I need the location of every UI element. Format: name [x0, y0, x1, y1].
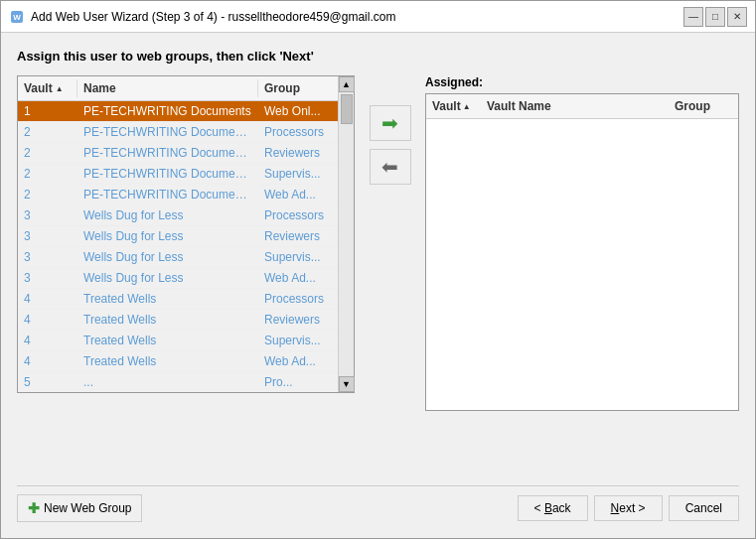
cell-group: Processors [258, 289, 338, 309]
plus-icon: ✚ [28, 500, 40, 516]
cell-vault: 1 [18, 101, 77, 121]
svg-text:W: W [13, 13, 21, 22]
cell-name: PE-TECHWRITING Documents ... [77, 122, 258, 142]
nav-buttons: < Back Next > Cancel [518, 495, 739, 521]
assigned-name-header: Vault Name [481, 97, 669, 115]
left-arrow-icon: ⬅ [381, 155, 398, 179]
table-row[interactable]: 3 Wells Dug for Less Processors [18, 205, 338, 226]
instruction-text: Assign this user to web groups, then cli… [17, 49, 739, 64]
cell-vault: 4 [18, 289, 77, 309]
close-button[interactable]: ✕ [727, 7, 747, 27]
scroll-down-arrow[interactable]: ▼ [339, 376, 355, 392]
assigned-vault-sort-icon: ▲ [463, 102, 471, 111]
available-table-header: Vault ▲ Name Group [18, 76, 338, 101]
table-row[interactable]: 3 Wells Dug for Less Web Ad... [18, 268, 338, 289]
cell-group: Reviewers [258, 226, 338, 246]
assigned-vault-header: Vault ▲ [426, 97, 481, 115]
cell-vault: 4 [18, 351, 77, 371]
name-column-header: Name [77, 79, 258, 97]
cell-name: PE-TECHWRITING Documents [77, 101, 258, 121]
cell-name: Treated Wells [77, 351, 258, 371]
back-label: B [544, 501, 552, 515]
cell-group: Web Ad... [258, 268, 338, 288]
table-row[interactable]: 4 Treated Wells Reviewers [18, 310, 338, 331]
new-web-group-button[interactable]: ✚ New Web Group [17, 494, 142, 522]
assigned-table-body [426, 119, 738, 410]
cell-group: Web Onl... [258, 101, 338, 121]
assigned-table: Vault ▲ Vault Name Group [425, 93, 739, 411]
available-table-body: 1 PE-TECHWRITING Documents Web Onl... 2 … [18, 101, 338, 392]
cell-vault: 3 [18, 268, 77, 288]
cell-vault: 5 [18, 372, 77, 392]
cell-name: Treated Wells [77, 310, 258, 330]
scroll-thumb[interactable] [341, 94, 353, 124]
assigned-table-header: Vault ▲ Vault Name Group [426, 94, 738, 119]
middle-buttons: ➡ ⬅ [363, 105, 417, 185]
cell-vault: 3 [18, 205, 77, 225]
back-button[interactable]: < Back [518, 495, 588, 521]
right-panel: Assigned: Vault ▲ Vault Name Group [425, 75, 739, 411]
cell-name: PE-TECHWRITING Documents ... [77, 164, 258, 184]
cell-vault: 2 [18, 164, 77, 184]
cell-name: PE-TECHWRITING Documents ... [77, 143, 258, 163]
cell-group: Web Ad... [258, 185, 338, 204]
table-row[interactable]: 5 ... Pro... [18, 372, 338, 392]
scroll-up-arrow[interactable]: ▲ [339, 76, 355, 92]
cell-name: Wells Dug for Less [77, 226, 258, 246]
minimize-button[interactable]: — [683, 7, 703, 27]
cell-group: Supervis... [258, 331, 338, 350]
table-row[interactable]: 2 PE-TECHWRITING Documents ... Processor… [18, 122, 338, 143]
table-row[interactable]: 2 PE-TECHWRITING Documents ... Reviewers [18, 143, 338, 164]
left-panel: Vault ▲ Name Group 1 PE-TECHWR [17, 75, 355, 393]
table-inner: Vault ▲ Name Group 1 PE-TECHWR [18, 76, 338, 392]
cell-name: PE-TECHWRITING Documents ... [77, 185, 258, 204]
table-row[interactable]: 2 PE-TECHWRITING Documents ... Supervis.… [18, 164, 338, 185]
cell-vault: 4 [18, 331, 77, 350]
cell-vault: 3 [18, 247, 77, 267]
cell-group: Web Ad... [258, 351, 338, 371]
content-area: Assign this user to web groups, then cli… [1, 33, 755, 538]
vault-column-header: Vault ▲ [18, 79, 77, 97]
cell-vault: 4 [18, 310, 77, 330]
scroll-track[interactable] [340, 92, 354, 376]
table-row[interactable]: 4 Treated Wells Supervis... [18, 331, 338, 351]
cell-name: Treated Wells [77, 331, 258, 350]
remove-from-assigned-button[interactable]: ⬅ [370, 149, 411, 185]
assigned-group-header: Group [669, 97, 738, 115]
table-row[interactable]: 2 PE-TECHWRITING Documents ... Web Ad... [18, 185, 338, 205]
scrollbar[interactable]: ▲ ▼ [338, 76, 354, 392]
cell-vault: 2 [18, 143, 77, 163]
main-window: W Add Web User Wizard (Step 3 of 4) - ru… [0, 0, 756, 539]
window-title: Add Web User Wizard (Step 3 of 4) - russ… [31, 10, 395, 24]
vault-sort-icon: ▲ [56, 84, 64, 93]
cell-group: Processors [258, 205, 338, 225]
table-row[interactable]: 4 Treated Wells Web Ad... [18, 351, 338, 372]
cell-vault: 2 [18, 185, 77, 204]
table-row[interactable]: 3 Wells Dug for Less Reviewers [18, 226, 338, 247]
available-table: Vault ▲ Name Group 1 PE-TECHWR [17, 75, 355, 393]
group-column-header: Group [258, 79, 338, 97]
cell-group: Reviewers [258, 310, 338, 330]
cancel-button[interactable]: Cancel [669, 495, 739, 521]
cell-name: Wells Dug for Less [77, 247, 258, 267]
cell-name: Treated Wells [77, 289, 258, 309]
cell-name: Wells Dug for Less [77, 268, 258, 288]
add-to-assigned-button[interactable]: ➡ [370, 105, 411, 141]
cell-group: Pro... [258, 372, 338, 392]
cell-name: ... [77, 372, 258, 392]
bottom-area: ✚ New Web Group < Back Next > Cancel [17, 485, 739, 522]
title-controls: — □ ✕ [683, 7, 747, 27]
maximize-button[interactable]: □ [705, 7, 725, 27]
table-row[interactable]: 4 Treated Wells Processors [18, 289, 338, 310]
assigned-label: Assigned: [425, 75, 739, 89]
cell-group: Supervis... [258, 164, 338, 184]
table-row[interactable]: 1 PE-TECHWRITING Documents Web Onl... [18, 101, 338, 122]
cell-group: Supervis... [258, 247, 338, 267]
main-area: Vault ▲ Name Group 1 PE-TECHWR [17, 75, 739, 473]
cell-vault: 2 [18, 122, 77, 142]
table-row[interactable]: 3 Wells Dug for Less Supervis... [18, 247, 338, 268]
right-arrow-icon: ➡ [381, 111, 398, 135]
cell-name: Wells Dug for Less [77, 205, 258, 225]
next-button[interactable]: Next > [594, 495, 663, 521]
wizard-icon: W [9, 9, 25, 25]
